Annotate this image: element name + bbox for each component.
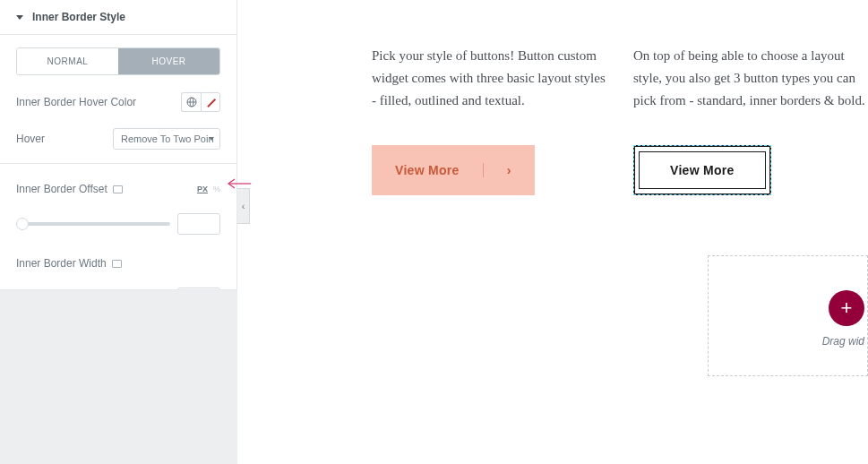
desktop-icon[interactable]	[112, 260, 122, 268]
no-color-icon[interactable]	[201, 92, 220, 112]
globe-icon[interactable]	[181, 92, 201, 112]
slider-offset-track[interactable]	[16, 222, 170, 226]
drag-hint: Drag wid	[822, 335, 864, 348]
slash-icon	[204, 96, 217, 108]
row-width-header: Inner Border Width	[16, 251, 220, 275]
slider-offset-thumb[interactable]	[16, 218, 29, 230]
column-1: Pick your style of buttons! Button custo…	[372, 45, 606, 195]
view-more-button-filled[interactable]: View More ›	[372, 145, 535, 195]
label-offset: Inner Border Offset	[16, 183, 123, 195]
content-row: Pick your style of buttons! Button custo…	[251, 0, 868, 195]
editor-canvas: Pick your style of buttons! Button custo…	[251, 0, 868, 464]
row-hover-select: Hover Remove To Two Poin	[16, 126, 220, 150]
view-more-button-outlined[interactable]: View More	[633, 145, 771, 195]
column-2: On top of being able to choose a layout …	[633, 45, 868, 195]
unit-toggle-offset: PX %	[197, 185, 220, 193]
chevron-right-icon: ›	[484, 163, 511, 177]
label-width: Inner Border Width	[16, 257, 122, 270]
sidebar-collapse-handle[interactable]: ‹	[237, 188, 250, 224]
row-hover-color: Inner Border Hover Color	[16, 90, 220, 114]
label-hover: Hover	[16, 133, 45, 145]
button-label: View More	[395, 163, 484, 177]
button-label: View More	[639, 151, 766, 189]
paragraph-1: Pick your style of buttons! Button custo…	[372, 45, 606, 111]
unit-percent[interactable]: %	[213, 185, 220, 193]
desktop-icon[interactable]	[113, 185, 123, 193]
tab-hover[interactable]: HOVER	[118, 48, 219, 74]
settings-sidebar: Inner Border Style NORMAL HOVER Inner Bo…	[0, 0, 237, 464]
sidebar-empty-area	[0, 289, 237, 464]
section-inner-border-style-header[interactable]: Inner Border Style	[0, 0, 236, 35]
slider-offset-input[interactable]	[177, 213, 220, 235]
caret-down-icon	[16, 15, 23, 20]
hover-select[interactable]: Remove To Two Poin	[113, 128, 220, 150]
state-tabs: NORMAL HOVER	[16, 47, 220, 75]
divider	[0, 163, 236, 164]
row-offset-header: Inner Border Offset PX %	[16, 176, 220, 201]
paragraph-2: On top of being able to choose a layout …	[633, 45, 868, 111]
slider-offset	[16, 213, 220, 235]
add-widget-button[interactable]: +	[829, 290, 864, 326]
label-hover-color: Inner Border Hover Color	[16, 96, 136, 108]
color-controls	[181, 92, 220, 112]
tab-normal[interactable]: NORMAL	[17, 48, 118, 74]
globe-svg	[186, 97, 197, 107]
unit-px[interactable]: PX	[197, 185, 208, 193]
section-title: Inner Border Style	[32, 11, 125, 23]
